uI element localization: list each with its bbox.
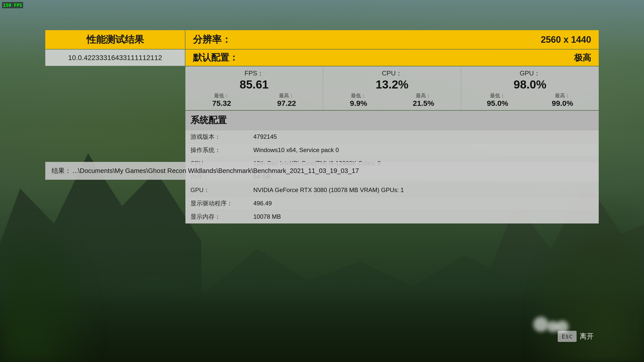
- sysconfig-key: 显示内存：: [190, 213, 251, 221]
- sysconfig-row: 显示驱动程序： 496.49: [185, 197, 599, 210]
- sysconfig-title: 系统配置: [190, 115, 227, 125]
- orb-1: [533, 317, 548, 332]
- preset-section: 默认配置： 极高: [185, 50, 599, 66]
- result-path: ...\Documents\My Games\Ghost Recon Wildl…: [72, 167, 359, 175]
- fps-min-label: 最低：: [212, 92, 231, 99]
- sysconfig-val: 496.49: [253, 200, 272, 207]
- sysconfig-key: GPU：: [190, 186, 251, 194]
- fps-max-group: 最高： 97.22: [277, 92, 296, 108]
- header-title: 性能测试结果: [87, 33, 144, 46]
- fps-main-value: 85.61: [189, 79, 319, 90]
- stats-row: FPS： 85.61 最低： 75.32 最高： 97.22 CPU： 13.2…: [185, 66, 599, 110]
- gpu-label: GPU：: [465, 69, 595, 78]
- result-label: 结果：: [52, 166, 71, 175]
- header-bar: 性能测试结果 分辨率： 644 x 362: [45, 30, 599, 49]
- fps-stat-box: FPS： 85.61 最低： 75.32 最高： 97.22: [185, 66, 323, 110]
- sysconfig-row: 游戏版本： 4792145: [185, 130, 599, 144]
- cpu-label: CPU：: [327, 69, 457, 78]
- sysconfig-row: 显示内存： 10078 MB: [185, 210, 599, 223]
- cpu-min-value: 9.9%: [350, 99, 367, 108]
- header-title-section: 性能测试结果: [45, 30, 185, 49]
- build-id-section: 10.0.42233316433111112112: [45, 50, 185, 66]
- sysconfig-row: 操作系统： Windows10 x64, Service pack 0: [185, 144, 599, 157]
- cpu-max-group: 最高： 21.5%: [413, 92, 434, 108]
- gpu-minmax: 最低： 95.0% 最高： 99.0%: [465, 92, 595, 108]
- fps-min-value: 75.32: [212, 99, 231, 108]
- gpu-max-value: 99.0%: [552, 99, 573, 108]
- fps-max-label: 最高：: [277, 92, 296, 99]
- resolution-label: 分辨率：: [193, 33, 231, 46]
- cpu-min-group: 最低： 9.9%: [350, 92, 367, 108]
- sysconfig-val: 10078 MB: [253, 213, 281, 220]
- cpu-minmax: 最低： 9.9% 最高： 21.5%: [327, 92, 457, 108]
- gpu-min-label: 最低：: [487, 92, 508, 99]
- fps-counter: 150 FPS: [2, 2, 23, 8]
- sysconfig-key: 显示驱动程序：: [190, 199, 251, 207]
- cpu-main-value: 13.2%: [327, 79, 457, 90]
- gpu-main-value: 98.0%: [465, 79, 595, 90]
- sysconfig-val: Windows10 x64, Service pack 0: [253, 147, 339, 154]
- second-row: 10.0.42233316433111112112 默认配置： 极高: [45, 50, 599, 66]
- orb-3: [547, 321, 558, 332]
- cpu-max-label: 最高：: [413, 92, 434, 99]
- fps-minmax: 最低： 75.32 最高： 97.22: [189, 92, 319, 108]
- fps-max-value: 97.22: [277, 99, 296, 108]
- cpu-stat-box: CPU： 13.2% 最低： 9.9% 最高： 21.5%: [323, 66, 461, 110]
- sysconfig-key: 游戏版本：: [190, 133, 251, 141]
- esc-label: 离开: [580, 332, 594, 341]
- result-row: 结果： ...\Documents\My Games\Ghost Recon W…: [45, 162, 599, 180]
- preset-value: 极高: [574, 52, 591, 64]
- gpu-max-group: 最高： 99.0%: [552, 92, 573, 108]
- gpu-stat-box: GPU： 98.0% 最低： 95.0% 最高： 99.0%: [461, 66, 599, 110]
- gpu-max-label: 最高：: [552, 92, 573, 99]
- resolution-value: 644 x 362: [541, 34, 591, 45]
- gpu-min-value: 95.0%: [487, 99, 508, 108]
- foliage-left: [0, 211, 101, 362]
- fps-min-group: 最低： 75.32: [212, 92, 231, 108]
- sysconfig-row: GPU： NVIDIA GeForce RTX 3080 (10078 MB V…: [185, 184, 599, 197]
- sysconfig-val: 4792145: [253, 133, 277, 140]
- cpu-max-value: 21.5%: [413, 99, 434, 108]
- sysconfig-key: 操作系统：: [190, 146, 251, 154]
- main-panel: 性能测试结果 分辨率： 644 x 362 10.0.42233316433…: [45, 30, 599, 223]
- sysconfig-val: NVIDIA GeForce RTX 3080 (10078 MB VRAM) …: [253, 187, 404, 194]
- gpu-min-group: 最低： 95.0%: [487, 92, 508, 108]
- header-resolution-section: 分辨率： 644 x 362: [185, 30, 599, 49]
- cpu-min-label: 最低：: [350, 92, 367, 99]
- fps-label: FPS：: [189, 69, 319, 78]
- preset-label: 默认配置：: [193, 52, 238, 64]
- sysconfig-header: 系统配置: [185, 111, 599, 130]
- build-id: 10.0.42233316433111112112: [68, 54, 162, 62]
